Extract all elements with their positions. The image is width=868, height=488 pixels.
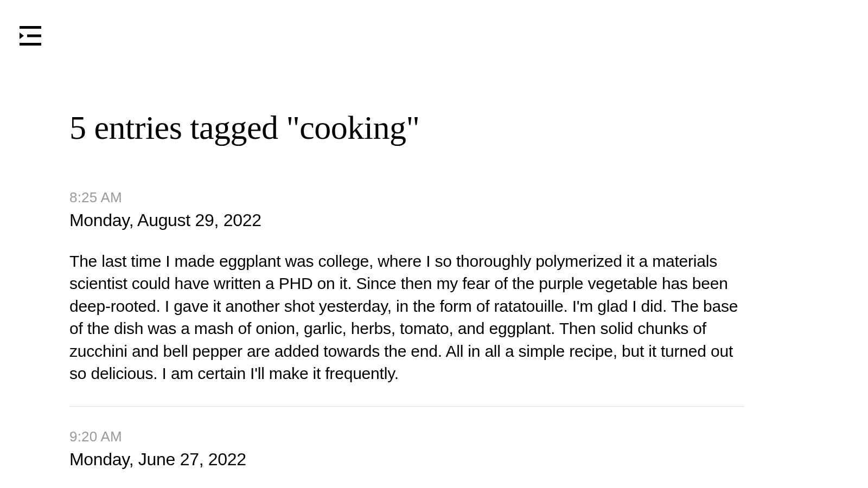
entry-divider: [69, 406, 744, 407]
entry-body: The last time I made eggplant was colleg…: [69, 250, 744, 384]
page-title: 5 entries tagged "cooking": [69, 108, 744, 147]
entry-date[interactable]: Monday, June 27, 2022: [69, 450, 744, 470]
svg-rect-2: [27, 35, 41, 37]
main-content: 5 entries tagged "cooking" 8:25 AM Monda…: [0, 0, 814, 488]
entry-time: 8:25 AM: [69, 189, 744, 206]
menu-toggle-button[interactable]: [20, 26, 41, 46]
svg-rect-3: [20, 43, 41, 46]
entry-date[interactable]: Monday, August 29, 2022: [69, 210, 744, 230]
entry-time: 9:20 AM: [69, 428, 744, 445]
journal-entry: 8:25 AM Monday, August 29, 2022 The last…: [69, 189, 744, 384]
svg-marker-1: [20, 33, 24, 39]
journal-entry: 9:20 AM Monday, June 27, 2022 I made som…: [69, 428, 744, 488]
hamburger-indent-icon: [20, 26, 41, 48]
svg-rect-0: [20, 26, 41, 29]
